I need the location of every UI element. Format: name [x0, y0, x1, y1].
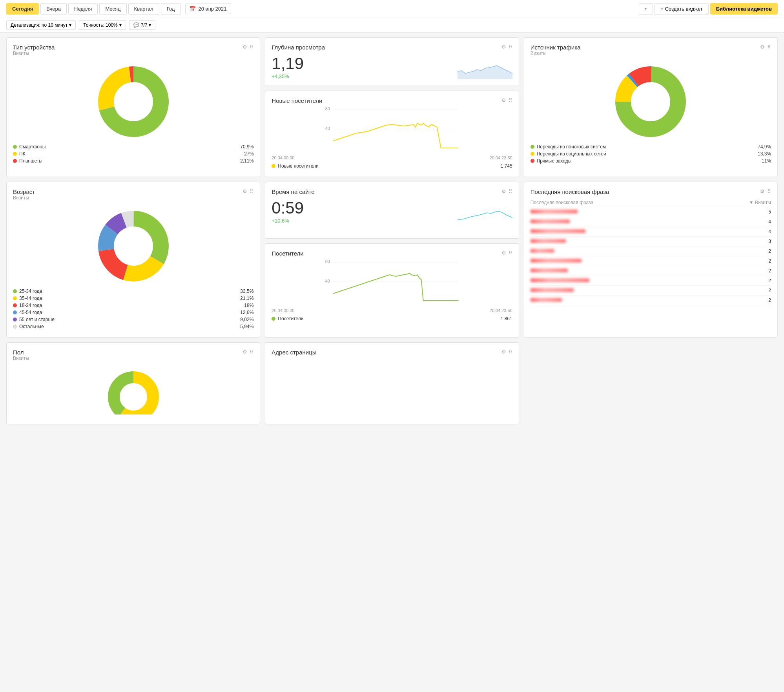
address-icons[interactable] [501, 349, 512, 355]
val-tablets: 2,11% [240, 158, 253, 164]
tab-quarter[interactable]: Квартал [128, 3, 159, 15]
dot-18-24 [13, 303, 17, 307]
new-visitors-icons[interactable] [501, 97, 512, 103]
grid-icon-search[interactable] [767, 188, 771, 194]
gear-icon-depth[interactable] [501, 44, 506, 50]
date-picker[interactable]: 📅 20 апр 2021 [185, 4, 231, 14]
val-pc: 27% [244, 151, 253, 157]
val-35-44: 21,1% [240, 296, 253, 301]
search-phrase-cell [531, 276, 709, 286]
grid-icon-gender[interactable] [250, 349, 253, 355]
val-social: 13,3% [758, 151, 771, 157]
sessions-label: 7/7 [141, 22, 148, 28]
legend-35-44: 35-44 года 21,1% [13, 296, 253, 301]
gender-icons[interactable] [242, 349, 253, 355]
age-subtitle: Визиты [13, 195, 35, 201]
val-55plus: 9,02% [240, 317, 253, 322]
dot-tablets [13, 159, 17, 163]
grid-icon-nv[interactable] [509, 97, 512, 103]
grid-icon-age[interactable] [250, 188, 253, 194]
time-icons[interactable] [501, 188, 512, 194]
new-visitors-chart: 80 40 [272, 106, 512, 154]
traffic-icons[interactable] [760, 44, 771, 50]
dot-social [531, 152, 534, 156]
tab-year[interactable]: Год [161, 3, 181, 15]
chevron-down-icon: ▾ [69, 22, 71, 28]
search-phrase-cell [531, 296, 709, 305]
search-phrase-cell [531, 237, 709, 246]
gear-icon-search[interactable] [760, 188, 765, 194]
visitors-legend: Посетители 1 861 [272, 316, 512, 321]
tab-yesterday[interactable]: Вчера [40, 3, 67, 15]
search-icons[interactable] [760, 188, 771, 194]
svg-point-3 [116, 84, 151, 119]
traffic-subtitle: Визиты [531, 51, 581, 56]
tab-month[interactable]: Месяц [99, 3, 126, 15]
gear-icon-time[interactable] [501, 188, 506, 194]
axis-40-nv: 40 [325, 126, 330, 131]
tab-week[interactable]: Неделя [68, 3, 98, 15]
v-date-start: 20.04 00:00 [272, 308, 294, 313]
axis-40-v: 40 [325, 279, 330, 283]
gear-icon-addr[interactable] [501, 349, 506, 355]
grid-icon[interactable] [250, 44, 253, 50]
device-subtitle: Визиты [13, 51, 55, 56]
detail-filter[interactable]: Детализация: по 10 минут ▾ [6, 20, 76, 30]
gender-title: Пол [13, 349, 29, 356]
table-row: 5 [531, 207, 771, 217]
dot-nv [272, 164, 275, 168]
device-icons[interactable] [242, 44, 253, 50]
grid-icon-depth[interactable] [509, 44, 512, 50]
gear-icon-gender[interactable] [242, 349, 247, 355]
widget-library-button[interactable]: Библиотека виджетов [710, 3, 778, 15]
grid-icon-v[interactable] [509, 250, 512, 256]
depth-icons[interactable] [501, 44, 512, 50]
sessions-filter[interactable]: 💬 7/7 ▾ [129, 20, 156, 30]
gear-icon[interactable] [242, 44, 247, 50]
export-button[interactable]: ↑ [639, 3, 653, 15]
widget-time-on-site: Время на сайте 0:59 +10,6% [265, 182, 519, 239]
gear-icon-traffic[interactable] [760, 44, 765, 50]
depth-sparkline [458, 60, 512, 79]
search-phrase-cell [531, 266, 709, 276]
traffic-donut [531, 62, 771, 141]
grid-icon-time[interactable] [509, 188, 512, 194]
table-row: 2 [531, 266, 771, 276]
widget-gender: Пол Визиты [6, 342, 260, 424]
dot-other-age [13, 325, 17, 329]
tab-today[interactable]: Сегодня [6, 3, 39, 15]
search-phrase-cell [531, 227, 709, 237]
search-col2: ▼ Визиты [709, 198, 771, 207]
grid-icon-traffic[interactable] [767, 44, 771, 50]
visitors-icons[interactable] [501, 250, 512, 256]
create-widget-button[interactable]: + Создать виджет [655, 3, 708, 15]
widget-device-type: Тип устройства Визиты Смартф [6, 37, 260, 177]
gear-icon-v[interactable] [501, 250, 506, 256]
legend-45-54: 45-54 года 12,6% [13, 310, 253, 315]
grid-icon-addr[interactable] [509, 349, 512, 355]
visitors-dates: 20.04 00:00 20.04 23:50 [272, 308, 512, 313]
accuracy-filter[interactable]: Точность: 100% ▾ [79, 20, 126, 30]
svg-point-23 [122, 385, 145, 409]
time-sparkline [458, 204, 512, 224]
val-direct: 11% [762, 158, 771, 164]
label-social: Переходы из социальных сетей [537, 151, 606, 157]
dot-visitors [272, 317, 275, 321]
gear-icon-age[interactable] [242, 188, 247, 194]
gender-donut [13, 367, 253, 414]
table-row: 2 [531, 296, 771, 305]
gender-subtitle: Визиты [13, 356, 29, 361]
label-18-24: 18-24 года [19, 303, 42, 308]
table-row: 3 [531, 237, 771, 246]
age-icons[interactable] [242, 188, 253, 194]
chevron-down-icon-3: ▾ [149, 22, 151, 28]
label-25-34: 25-34 года [19, 288, 42, 294]
label-other-age: Остальные [19, 324, 44, 329]
gear-icon-nv[interactable] [501, 97, 506, 103]
search-visits-cell: 2 [709, 296, 771, 305]
val-nv: 1 745 [501, 163, 512, 169]
label-direct: Прямые заходы [537, 158, 572, 164]
search-visits-cell: 2 [709, 276, 771, 286]
search-phrase-cell [531, 246, 709, 256]
search-visits-cell: 4 [709, 227, 771, 237]
